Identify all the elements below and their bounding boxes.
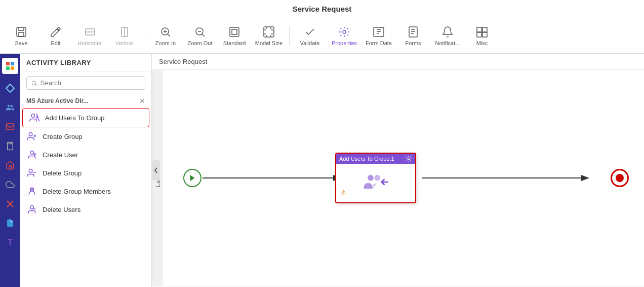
svg-point-33 xyxy=(31,114,35,118)
svg-marker-26 xyxy=(6,84,14,92)
svg-point-56 xyxy=(408,158,410,160)
svg-rect-24 xyxy=(6,66,10,70)
svg-line-32 xyxy=(35,84,36,85)
zoom-in-button[interactable]: Zoom In xyxy=(149,21,182,51)
activity-node-body: ⚠ xyxy=(336,164,415,200)
form-data-icon xyxy=(373,26,385,38)
nav-icon-x[interactable] xyxy=(2,196,18,212)
model-size-button[interactable]: Model Size xyxy=(253,21,285,51)
edit-button[interactable]: Edit xyxy=(39,21,72,51)
nav-icon-add[interactable] xyxy=(2,58,18,74)
svg-rect-21 xyxy=(482,32,487,37)
svg-point-36 xyxy=(29,133,32,136)
activity-node-header: Add Users To Group.1 xyxy=(336,154,415,164)
lane: Lane1 xyxy=(152,70,644,286)
main-layout: T ACTIVITY LIBRARY MS Azure Active Dir..… xyxy=(0,54,644,287)
delete-group-members-icon xyxy=(26,186,37,197)
svg-rect-22 xyxy=(6,62,10,65)
bell-icon xyxy=(441,26,454,38)
delete-group-icon xyxy=(26,167,37,178)
flow-start-node[interactable] xyxy=(183,169,202,187)
add-users-to-group-icon xyxy=(363,172,388,192)
svg-rect-12 xyxy=(230,27,239,37)
standard-button[interactable]: Standard xyxy=(218,21,251,51)
svg-line-10 xyxy=(202,33,205,37)
create-group-icon xyxy=(26,131,37,142)
notifications-button[interactable]: Notificat... xyxy=(431,21,464,51)
svg-line-6 xyxy=(168,33,171,37)
nav-icon-team[interactable] xyxy=(2,99,18,116)
svg-point-58 xyxy=(375,175,381,181)
sidebar-item-create-group[interactable]: Create Group xyxy=(20,127,151,146)
svg-rect-14 xyxy=(264,27,274,37)
svg-rect-25 xyxy=(11,66,14,70)
svg-marker-55 xyxy=(190,175,194,181)
nav-icon-t[interactable]: T xyxy=(2,234,18,250)
form-data-button[interactable]: Form Data xyxy=(363,21,395,51)
canvas-area: Service Request Lane1 xyxy=(152,54,644,287)
activity-node-add-users[interactable]: Add Users To Group.1 xyxy=(335,153,416,203)
sidebar-item-label: Add Users To Group xyxy=(45,114,105,122)
category-header: MS Azure Active Dir... ✕ xyxy=(20,94,151,108)
search-input[interactable] xyxy=(41,79,141,87)
misc-button[interactable]: Misc xyxy=(466,21,498,51)
nav-icon-home[interactable] xyxy=(2,157,18,173)
nav-icon-clipboard[interactable] xyxy=(2,138,18,154)
sidebar-item-add-users-to-group[interactable]: Add Users To Group xyxy=(22,108,149,127)
save-button[interactable]: Save xyxy=(5,21,37,51)
horizontal-button[interactable]: Horizontal xyxy=(74,21,106,51)
sidebar-item-label: Delete Users xyxy=(43,206,80,213)
svg-rect-27 xyxy=(7,124,14,130)
svg-point-42 xyxy=(29,169,32,173)
node-settings-icon[interactable] xyxy=(405,155,412,162)
search-box[interactable] xyxy=(26,76,145,90)
svg-rect-0 xyxy=(17,27,26,37)
separator-1 xyxy=(145,26,145,46)
save-icon xyxy=(15,26,27,38)
sidebar-item-delete-group-members[interactable]: Delete Group Members xyxy=(20,182,151,200)
left-nav: T xyxy=(0,54,20,287)
sidebar-item-label: Delete Group Members xyxy=(43,188,111,195)
nav-icon-cloud[interactable] xyxy=(2,176,18,193)
properties-icon xyxy=(338,26,350,38)
horizontal-icon xyxy=(84,26,96,38)
sidebar-item-delete-group[interactable]: Delete Group xyxy=(20,164,151,182)
nav-icon-diamond[interactable] xyxy=(2,80,18,96)
create-user-icon xyxy=(26,149,37,160)
validate-button[interactable]: Validate xyxy=(294,21,326,51)
title-label: Service Request xyxy=(293,5,352,13)
activity-warning-badge: ⚠ xyxy=(340,188,347,197)
category-close-button[interactable]: ✕ xyxy=(139,97,145,105)
standard-icon xyxy=(228,26,240,38)
svg-rect-19 xyxy=(482,27,487,32)
sidebar-item-delete-users[interactable]: Delete Users xyxy=(20,200,151,219)
canvas-content: Lane1 xyxy=(152,70,644,286)
edit-icon xyxy=(50,26,62,38)
title-bar: Service Request xyxy=(0,0,644,18)
sidebar-item-create-user[interactable]: Create User xyxy=(20,146,151,164)
svg-point-15 xyxy=(343,30,346,33)
svg-rect-18 xyxy=(477,27,481,32)
svg-rect-16 xyxy=(374,27,384,37)
activity-library-header: ACTIVITY LIBRARY xyxy=(20,54,151,72)
canvas-breadcrumb: Service Request xyxy=(152,54,644,70)
sidebar: ACTIVITY LIBRARY MS Azure Active Dir... … xyxy=(20,54,152,287)
delete-users-icon xyxy=(26,204,37,215)
zoom-out-button[interactable]: Zoom Out xyxy=(184,21,216,51)
vertical-icon xyxy=(118,26,131,38)
flow-end-node[interactable] xyxy=(611,169,629,187)
svg-point-57 xyxy=(368,175,374,181)
svg-rect-20 xyxy=(477,32,481,37)
properties-button[interactable]: Properties xyxy=(328,21,360,51)
forms-button[interactable]: Forms xyxy=(397,21,429,51)
vertical-button[interactable]: Vertical xyxy=(108,21,141,51)
add-users-icon xyxy=(29,112,40,123)
category-label: MS Azure Active Dir... xyxy=(26,97,88,104)
svg-rect-17 xyxy=(409,27,417,37)
nav-icon-doc[interactable] xyxy=(2,215,18,231)
nav-icon-mail[interactable] xyxy=(2,119,18,135)
sidebar-collapse-button[interactable] xyxy=(152,160,160,181)
search-icon xyxy=(31,80,37,87)
toolbar: Save Edit Horizontal Vertical Zoom In Zo… xyxy=(0,18,644,54)
svg-point-47 xyxy=(30,206,34,209)
